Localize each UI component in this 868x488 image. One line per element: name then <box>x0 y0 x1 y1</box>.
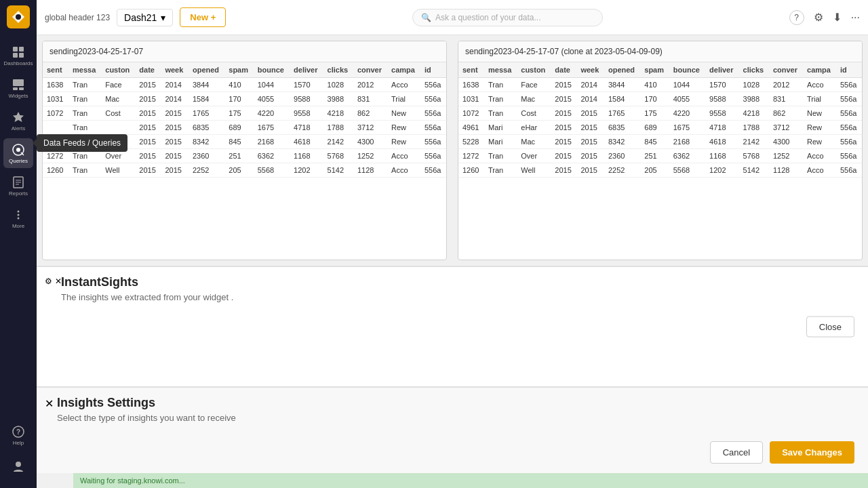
search-bar[interactable]: 🔍 Ask a question of your data... <box>412 9 603 26</box>
new-button[interactable]: New + <box>180 7 226 27</box>
cancel-button[interactable]: Cancel <box>710 441 763 464</box>
sidebar-item-widgets[interactable]: Widgets <box>3 73 33 103</box>
table-cell: 556a <box>836 163 862 178</box>
table-cell: 1128 <box>769 163 803 178</box>
instant-sights-gear-icon[interactable]: ⚙ ✕ <box>45 277 62 286</box>
table-cell: New <box>387 106 420 121</box>
table-row: 4961MarieHar2015201568356891675471817883… <box>458 121 862 135</box>
help-icon[interactable]: ? <box>789 10 804 25</box>
left-table-title: sending2023-04-25-17-07 <box>43 41 446 62</box>
table-cell: Rew <box>803 121 836 135</box>
table-cell: 1252 <box>353 149 387 163</box>
table-cell: Mac <box>101 92 135 106</box>
left-table-scroll[interactable]: sent messa custon date week opened spam … <box>43 62 446 260</box>
table-cell: 8342 <box>604 135 640 149</box>
table-cell: 5228 <box>458 135 484 149</box>
table-cell: 845 <box>224 135 253 149</box>
sidebar-item-reports[interactable]: Reports <box>3 171 33 201</box>
table-cell: 410 <box>640 78 669 92</box>
table-row: 5228MariMac20152015834284521684618214243… <box>458 135 862 149</box>
table-cell: Tran <box>484 92 517 106</box>
sidebar-item-help[interactable]: ? Help <box>3 420 33 450</box>
instant-sights-subtitle: The insights we extracted from your widg… <box>61 292 857 302</box>
table-cell: 5568 <box>669 163 705 178</box>
right-table-scroll[interactable]: sent messa custon date week opened spam … <box>458 62 862 260</box>
col-custon-right: custon <box>517 62 551 78</box>
col-campa-right: campa <box>803 62 836 78</box>
table-cell: 2015 <box>576 135 604 149</box>
settings-close-icon[interactable]: ✕ <box>45 397 54 410</box>
table-cell: 1638 <box>458 78 484 92</box>
table-cell: 556a <box>420 149 446 163</box>
svg-rect-4 <box>13 53 18 58</box>
table-cell: 1028 <box>739 78 769 92</box>
main-header: global header 123 Dash21 ▾ New + 🔍 Ask a… <box>37 0 868 35</box>
sidebar-item-more[interactable]: More <box>3 203 33 233</box>
table-cell: 556a <box>420 106 446 121</box>
table-cell: 556a <box>420 121 446 135</box>
table-cell: 556a <box>836 135 862 149</box>
col-date-right: date <box>551 62 576 78</box>
table-cell: 2015 <box>135 78 161 92</box>
sidebar-more-label: More <box>12 223 24 229</box>
table-cell: 2015 <box>576 163 604 178</box>
table-cell: 1168 <box>705 149 738 163</box>
sidebar-item-queries[interactable]: Queries <box>3 138 33 168</box>
close-button[interactable]: Close <box>806 317 854 338</box>
table-row: 1638TranFace2015201438444101044157010282… <box>43 78 446 92</box>
sidebar-item-user[interactable] <box>3 451 33 481</box>
table-cell: 2015 <box>161 121 189 135</box>
table-cell: 1570 <box>705 78 738 92</box>
table-cell: Tran <box>68 121 101 135</box>
sidebar-item-dashboards[interactable]: Dashboards <box>3 41 33 70</box>
app-logo[interactable] <box>7 5 30 28</box>
table-cell: 2015 <box>135 163 161 178</box>
table-cell: 4218 <box>323 106 353 121</box>
table-cell: 4055 <box>669 92 705 106</box>
table-cell: 2015 <box>576 106 604 121</box>
table-cell: 4961 <box>458 121 484 135</box>
table-cell: 8342 <box>189 135 224 149</box>
main-content: sending2023-04-25-17-07 sent messa custo… <box>37 35 868 488</box>
table-cell: 689 <box>640 121 669 135</box>
table-cell: 556a <box>836 92 862 106</box>
table-cell: 2015 <box>551 135 576 149</box>
table-cell: Face <box>101 78 135 92</box>
table-cell: 1168 <box>290 149 323 163</box>
table-cell: 2015 <box>551 149 576 163</box>
table-cell: 1675 <box>254 121 290 135</box>
download-icon[interactable]: ⬇ <box>833 11 842 24</box>
sidebar-item-alerts[interactable]: Alerts <box>3 106 33 136</box>
table-cell: 1044 <box>254 78 290 92</box>
table-cell: 845 <box>640 135 669 149</box>
table-cell: 1202 <box>705 163 738 178</box>
table-cell: 1788 <box>739 121 769 135</box>
more-options-icon[interactable]: ··· <box>851 12 860 24</box>
left-table: sent messa custon date week opened spam … <box>43 62 446 178</box>
dashboard-selector[interactable]: Dash21 ▾ <box>117 9 173 26</box>
table-cell: 205 <box>224 163 253 178</box>
sidebar-help-label: Help <box>13 440 24 446</box>
table-cell: 175 <box>640 106 669 121</box>
col-messa-right: messa <box>484 62 517 78</box>
sidebar-reports-label: Reports <box>9 190 28 197</box>
table-cell: Tran <box>68 78 101 92</box>
table-cell: Acco <box>387 78 420 92</box>
table-cell: 2015 <box>161 106 189 121</box>
table-cell: 4618 <box>290 135 323 149</box>
table-cell: 3712 <box>353 121 387 135</box>
col-opened-left: opened <box>189 62 224 78</box>
table-cell: 1675 <box>669 121 705 135</box>
svg-text:?: ? <box>16 428 20 436</box>
table-cell: 2014 <box>161 92 189 106</box>
svg-point-18 <box>18 217 20 219</box>
table-row: 1072TranCost2015201517651754220955842188… <box>458 106 862 121</box>
table-row: 1031TranMac20152014158417040559588398883… <box>43 92 446 106</box>
table-cell: 862 <box>769 106 803 121</box>
settings-icon[interactable]: ⚙ <box>814 11 823 24</box>
table-cell: 2015 <box>135 106 161 121</box>
save-changes-button[interactable]: Save Changes <box>770 441 854 464</box>
dash-name: Dash21 <box>124 12 157 23</box>
table-cell: 2252 <box>189 163 224 178</box>
table-cell: 4055 <box>254 92 290 106</box>
